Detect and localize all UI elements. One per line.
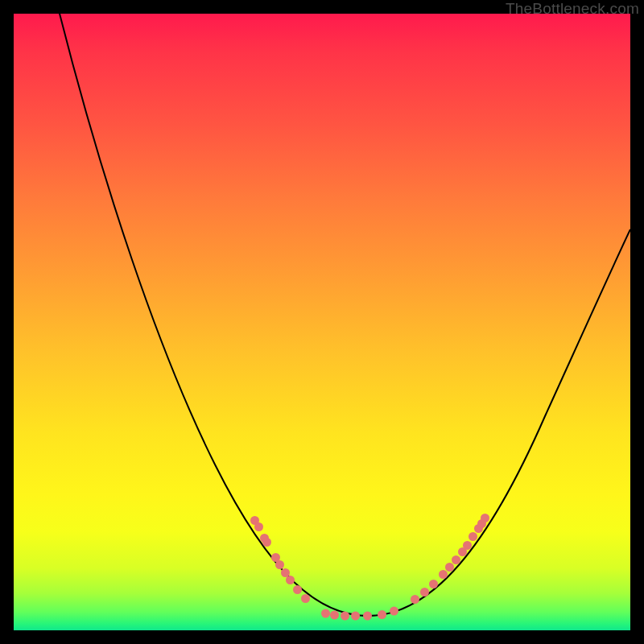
plot-area [14, 14, 630, 630]
curve-marker [351, 612, 360, 621]
curve-marker [363, 612, 372, 621]
curve-marker [286, 576, 295, 584]
curve-marker [281, 568, 290, 577]
curve-marker [341, 612, 349, 621]
curve-marker [445, 563, 454, 572]
curve-marker [469, 532, 477, 541]
curve-marker [262, 538, 271, 547]
bottleneck-curve-svg [14, 14, 630, 630]
curve-marker [254, 522, 263, 531]
curve-marker [439, 570, 448, 579]
curve-marker [463, 541, 472, 550]
curve-marker [481, 514, 489, 522]
chart-frame: TheBottleneck.com [0, 0, 644, 644]
bottleneck-curve [58, 14, 630, 616]
curve-markers-group [250, 514, 489, 621]
curve-marker [321, 609, 330, 618]
curve-marker [378, 610, 386, 619]
curve-marker [429, 580, 438, 588]
curve-marker [390, 607, 398, 616]
curve-marker [275, 560, 284, 569]
curve-marker [293, 585, 302, 594]
curve-marker [330, 611, 339, 620]
curve-marker [411, 595, 419, 604]
curve-marker [452, 555, 460, 564]
curve-marker [420, 588, 429, 597]
curve-marker [301, 594, 310, 603]
